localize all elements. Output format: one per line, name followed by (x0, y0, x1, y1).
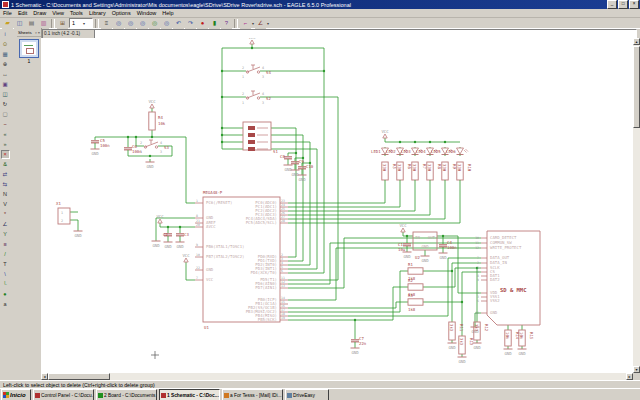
dip-slider[interactable] (248, 140, 255, 144)
scroll-right-button[interactable]: ▸ (626, 373, 633, 380)
menu-help[interactable]: Help (159, 10, 176, 16)
undo-icon[interactable]: ↶ (173, 18, 184, 29)
resistor[interactable] (408, 284, 423, 290)
taskbar-item-5[interactable]: DriveEasy (285, 389, 329, 400)
wire-bend-style-icon[interactable]: ⌐ (240, 18, 251, 29)
invoke-tool[interactable]: ≡ (1, 240, 10, 249)
miter-tool[interactable]: ∠ (1, 220, 10, 229)
menu-library[interactable]: Library (86, 10, 109, 16)
mitre-style-icon[interactable]: ∠ (255, 18, 266, 29)
taskbar-item-label: Control Panel - C:\Docu... (41, 393, 94, 398)
copy-tool[interactable]: ▣ (1, 80, 10, 89)
taskbar-item-1[interactable]: Control Panel - C:\Docu... (33, 389, 94, 400)
show-tool[interactable]: ⊙ (1, 40, 10, 49)
junction-dot (295, 152, 297, 154)
horizontal-scroll-thumb[interactable] (48, 373, 110, 380)
script-icon[interactable]: ≡ (101, 18, 112, 29)
stop-icon[interactable]: ● (197, 18, 208, 29)
taskbar-item-2[interactable]: 2 Board - C:\Documents ... (96, 389, 157, 400)
open-icon[interactable]: ▰ (2, 18, 13, 29)
delete-tool[interactable]: × (1, 150, 10, 159)
print-icon[interactable]: ▤ (26, 18, 37, 29)
menu-options[interactable]: Options (109, 10, 134, 16)
zoom-in-icon[interactable]: ◎ (125, 18, 136, 29)
vertical-scrollbar[interactable]: ▴▾ (633, 38, 640, 373)
dip-slider[interactable] (248, 147, 255, 151)
menu-view[interactable]: View (49, 10, 67, 16)
net-tool[interactable]: └ (1, 280, 10, 289)
change-tool[interactable]: ~ (1, 120, 10, 129)
horizontal-scrollbar[interactable]: ◂▸ (41, 373, 633, 380)
redo-icon[interactable]: ↷ (185, 18, 196, 29)
scroll-down-button[interactable]: ▾ (633, 366, 640, 373)
dip-slider[interactable] (248, 133, 255, 137)
mark-tool[interactable]: ⊕ (1, 60, 10, 69)
zoom-out-icon[interactable]: ◎ (137, 18, 148, 29)
schematic-canvas[interactable]: GNDGNDGNDGNDGNDGNDGNDGNDGNDGNDGNDGNDGNDG… (41, 38, 633, 373)
resistor[interactable] (149, 112, 155, 130)
pin-name: WRITE_PROTECT (490, 245, 522, 250)
minimize-button[interactable]: _ (607, 0, 617, 9)
value-tool[interactable]: V (1, 200, 10, 209)
dip-slider[interactable] (248, 126, 255, 130)
taskbar-item-3[interactable]: 1 Schematic - C:\Doc... (159, 389, 220, 400)
sheet-selector[interactable]: 1▾ (69, 18, 93, 28)
gnd-label: GND (518, 351, 526, 356)
paste-tool[interactable]: » (1, 140, 10, 149)
resistor[interactable] (408, 268, 423, 274)
add-tool[interactable]: & (1, 160, 10, 169)
menu-file[interactable]: File (0, 10, 15, 16)
export-image-icon[interactable]: ▥ (38, 18, 49, 29)
pinswap-tool[interactable]: ⇄ (1, 170, 10, 179)
replace-tool[interactable]: ⇆ (1, 180, 10, 189)
maximize-button[interactable]: □ (618, 0, 628, 9)
go-icon[interactable]: ▮ (209, 18, 220, 29)
taskbar-item-4[interactable]: a For Tesss - [Mail] IDi... (222, 389, 283, 400)
mirror-tool[interactable]: ◫ (1, 90, 10, 99)
taskbar-item-label: DriveEasy (293, 393, 315, 398)
close-icon[interactable]: × (38, 30, 41, 35)
zoom-redraw-icon[interactable]: ◎ (149, 18, 160, 29)
schematic-text: 2 (61, 219, 63, 223)
name-tool[interactable]: N (1, 190, 10, 199)
close-button[interactable]: × (629, 0, 639, 9)
switch-name: S2 (266, 96, 271, 101)
split-tool[interactable]: Y (1, 230, 10, 239)
pin-header[interactable] (58, 208, 70, 224)
sheet-thumbnail[interactable] (19, 39, 39, 58)
start-button[interactable]: Inicio (1, 389, 31, 400)
gnd-label: GND (473, 345, 481, 350)
smash-tool[interactable]: * (1, 210, 10, 219)
move-tool[interactable]: ↔ (1, 70, 10, 79)
vcc-label: VCC (248, 38, 256, 40)
resistor-name: R1 (408, 262, 413, 267)
zoom-select-icon[interactable]: ◎ (161, 18, 172, 29)
display-tool[interactable]: ▦ (1, 50, 10, 59)
use-library-icon[interactable]: ⊞ (57, 18, 68, 29)
menu-window[interactable]: Window (134, 10, 160, 16)
rotate-tool[interactable]: ↻ (1, 100, 10, 109)
menu-draw[interactable]: Draw (30, 10, 49, 16)
menu-tools[interactable]: Tools (67, 10, 86, 16)
chevron-down-icon[interactable]: ▾ (267, 21, 269, 26)
vertical-scroll-thumb[interactable] (633, 46, 640, 128)
resistor[interactable] (408, 299, 423, 305)
save-icon[interactable]: ◫ (14, 18, 25, 29)
scroll-left-button[interactable]: ◂ (41, 373, 48, 380)
info-tool[interactable]: i (1, 30, 10, 39)
resistor-name: R12 (484, 324, 489, 332)
wire-tool[interactable]: / (1, 250, 10, 259)
dip-switch[interactable] (243, 122, 271, 150)
junction-tool[interactable]: ● (1, 290, 10, 299)
label-tool[interactable]: a (1, 300, 10, 309)
help-icon[interactable]: ? (221, 18, 232, 29)
text-tool[interactable]: T (1, 260, 10, 269)
scroll-up-button[interactable]: ▴ (633, 38, 640, 45)
led-symbol[interactable] (457, 148, 464, 154)
chevron-down-icon[interactable]: ▾ (252, 21, 254, 26)
bus-tool[interactable]: \ (1, 270, 10, 279)
group-tool[interactable]: ▢ (1, 110, 10, 119)
menu-edit[interactable]: Edit (15, 10, 30, 16)
cut-tool[interactable]: « (1, 130, 10, 139)
zoom-fit-icon[interactable]: ◎ (113, 18, 124, 29)
